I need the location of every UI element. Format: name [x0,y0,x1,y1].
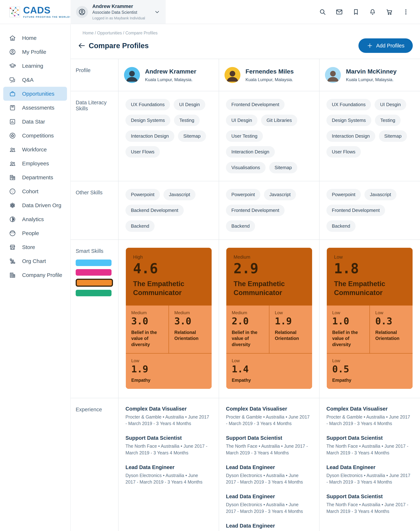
skill-chip: Powerpoint [326,189,361,200]
sidebar-item-data-driven-org[interactable]: Data Driven Org [3,198,67,212]
smart-subskill: Medium 3.0 Relational Orientation [169,305,212,353]
sidebar-item-org-chart[interactable]: Org Chart [3,254,67,268]
skill-chip: Backend Development [125,205,184,216]
profile-name: Fernendes Miles [245,68,294,75]
skill-chip: UX Foundations [326,99,371,110]
sidebar-item-employees[interactable]: Employees [3,156,67,170]
other-skills-marvin: Powerpoint Javascript Frontend Developme… [319,181,420,240]
smart-skill-card: Low 1.8 The Empathetic Communicator Low … [327,248,413,389]
mail-icon[interactable] [336,8,343,15]
skill-chip: Design Systems [125,115,170,126]
sidebar-item-workforce[interactable]: Workforce [3,143,67,156]
other-skills-andrew: Powerpoint Javascript Backend Developmen… [119,181,219,240]
brand-logo[interactable]: CADS FUTURE PROOFING THE WORLD! [0,0,71,24]
compare-table: Profile Andrew Krammer Kuala Lumpur, Mal… [71,59,420,531]
smart-subskill: Low 1.0 Belief in the value of diversity [327,305,370,353]
sidebar-item-people[interactable]: People [3,226,67,240]
sidebar-item-cohort[interactable]: Cohort [3,184,67,198]
skill-chip: User Flows [326,146,361,158]
add-profiles-button[interactable]: Add Profiles [359,38,413,53]
skill-chip: Backend [326,220,356,232]
data-literacy-skills-marvin: UX Foundations UI Desgin Design Systems … [319,91,420,181]
smart-subskill: Low 1.9 Relational Orientation [269,305,312,353]
sidebar-item-data-star[interactable]: Data Star [3,115,67,129]
workforce-icon [9,146,16,153]
smart-level: Medium [234,254,305,260]
experience-item: Complex Data Visualiser Procter & Gamble… [226,406,310,427]
data-literacy-skills-andrew: UX Foundations UI Desgin Design Systems … [119,91,219,181]
smart-subskill: Low 1.4 Empathy [226,353,312,389]
home-icon [9,35,16,42]
skill-chip: Testing [375,115,401,126]
profile-location: Kuala Lumpur, Malaysia. [145,77,196,82]
skill-chip: Javascript [264,189,296,200]
experience-item: Lead Data Engineer Dyson Electronics • A… [226,464,310,485]
avatar [325,67,341,83]
avatar [124,67,140,83]
logo-tagline: FUTURE PROOFING THE WORLD! [23,16,70,18]
sidebar-item-qa[interactable]: Q&A [3,73,67,87]
user-menu[interactable]: Andrew Krammer Associate Data Scientist … [71,0,166,24]
legend-bar-green[interactable] [76,290,112,296]
experience-item: Lead Data Engineer Dyson Electronics • A… [226,494,310,515]
sidebar-item-departments[interactable]: Departments [3,170,67,184]
top-bar: CADS FUTURE PROOFING THE WORLD! Andrew K… [0,0,420,24]
skill-chip: Backend [125,220,155,232]
back-arrow-icon[interactable] [77,42,86,50]
sidebar-item-home[interactable]: Home [3,31,67,45]
sidebar-item-learning[interactable]: Learning [3,59,67,73]
experience-item: Complex Data Visualiser Procter & Gamble… [326,406,411,427]
legend-bar-pink[interactable] [76,269,112,276]
skill-chip: Design Systems [326,115,371,126]
skill-chip: UI Desgin [375,99,406,110]
skill-chip: Frontend Development [226,205,285,216]
smart-score: 1.8 [334,261,405,276]
row-label-data-literacy: Data Literacy Skills [71,91,119,181]
breadcrumb[interactable]: Home / Opportunities / Compare Profiles [83,30,420,35]
org-chart-icon [9,258,16,265]
experience-item: Lead Data Engineer Dyson Electronics • A… [326,464,411,485]
more-options-icon[interactable] [402,8,409,15]
sidebar-item-competitions[interactable]: Competitions [3,129,67,143]
analytics-icon [9,216,16,223]
legend-bar-orange-selected[interactable] [76,279,113,287]
opportunities-icon [9,90,16,97]
smart-skill-card: High 4.6 The Empathetic Communicator Med… [126,248,212,389]
employees-icon [9,160,16,167]
sidebar-item-company-profile[interactable]: Company Profile [3,268,67,282]
bookmark-icon[interactable] [352,8,360,15]
sidebar-item-my-profile[interactable]: My Profile [3,45,67,59]
profile-card-andrew: Andrew Krammer Kuala Lumpur, Malaysia. [119,59,219,91]
skill-chip: Interaction Design [226,146,275,158]
smart-subskill: Medium 2.0 Belief in the value of divers… [226,305,269,353]
logo-wordmark: CADS [23,5,70,15]
sidebar-item-analytics[interactable]: Analytics [3,212,67,226]
profile-name: Andrew Krammer [145,68,196,75]
chevron-down-icon [154,9,160,15]
sidebar-nav: Home My Profile Learning Q&A Opportuniti… [0,24,71,531]
smart-title: The Empathetic Communicator [334,279,399,297]
notifications-icon[interactable] [369,8,376,15]
skill-chip: Powerpoint [226,189,260,200]
search-icon[interactable] [319,8,326,15]
data-star-icon [9,118,16,125]
experience-item: Support Data Scientist The North Face • … [125,435,209,456]
smart-subskill: Low 1.9 Empathy [126,353,212,389]
data-driven-org-icon [9,202,16,209]
sidebar-item-assessments[interactable]: Assessments [3,101,67,115]
legend-bar-blue[interactable] [76,259,112,266]
profile-location: Kuala Lumpur, Malaysia. [346,77,397,82]
experience-item: Support Data Scientist The North Face • … [226,435,310,456]
smart-score: 4.6 [133,261,204,276]
assessments-icon [9,104,16,111]
skill-chip: Interaction Design [125,130,174,142]
user-avatar-icon [76,6,88,18]
skill-chip: Sitemap [379,130,407,142]
skill-chip: Javascript [364,189,396,200]
sidebar-item-store[interactable]: Store [3,240,67,254]
cart-icon[interactable] [386,8,393,15]
competitions-icon [9,132,16,139]
sidebar-item-opportunities[interactable]: Opportunities [3,87,67,101]
smart-skills-legend [76,259,115,296]
plus-icon [367,43,373,49]
